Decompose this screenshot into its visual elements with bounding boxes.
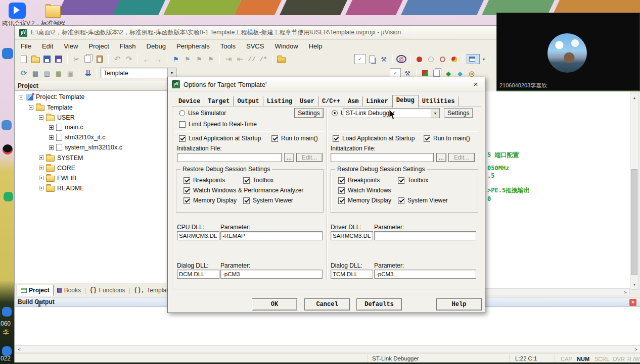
hw-load-app-checkbox[interactable]: Load Application at Startup: [333, 135, 415, 142]
menu-help[interactable]: Help: [309, 42, 323, 50]
toggle-bookmark-icon[interactable]: ⚑: [171, 54, 181, 64]
defaults-button[interactable]: Defaults: [356, 298, 402, 310]
debugger-settings-button[interactable]: Settings: [444, 108, 473, 118]
hw-breakpoints-checkbox[interactable]: Breakpoints: [338, 177, 380, 184]
sim-load-app-checkbox[interactable]: Load Application at Startup: [179, 135, 261, 142]
ok-button[interactable]: OK: [252, 298, 297, 310]
download-flash-icon[interactable]: ⇊: [83, 68, 93, 78]
navigate-back-icon[interactable]: ←: [142, 54, 152, 64]
copy-icon[interactable]: [83, 54, 93, 64]
sim-dialog-dll-input[interactable]: [177, 270, 219, 279]
checkbox-icon[interactable]: [398, 197, 404, 204]
tree-item-group[interactable]: + FWLIB: [39, 174, 76, 182]
checkbox-icon[interactable]: [333, 135, 339, 142]
paste-icon[interactable]: [95, 54, 105, 64]
tab-cpp[interactable]: C/C++: [318, 96, 344, 107]
expand-icon[interactable]: +: [49, 125, 54, 130]
tab-utilities[interactable]: Utilities: [419, 96, 459, 107]
outdent-icon[interactable]: ⇤: [235, 54, 245, 64]
dialog-title-bar[interactable]: µV Options for Target 'Template': [168, 78, 484, 91]
stop-build-icon[interactable]: ▣: [65, 68, 75, 78]
tree-label[interactable]: main.c: [65, 124, 83, 131]
dialog-close-icon[interactable]: ×: [471, 80, 480, 89]
tree-item-project-root[interactable]: − Project: Template: [19, 93, 84, 100]
target-select[interactable]: Template ▼: [101, 68, 176, 78]
tree-item-group-user[interactable]: − USER: [39, 114, 75, 121]
navigate-forward-icon[interactable]: →: [153, 54, 163, 64]
close-pane-icon[interactable]: ×: [629, 299, 636, 306]
limit-speed-checkbox[interactable]: Limit Speed to Real-Time: [179, 121, 257, 128]
new-file-icon[interactable]: [19, 54, 29, 64]
hw-run-to-main-checkbox[interactable]: Run to main(): [424, 135, 470, 142]
save-icon[interactable]: [42, 54, 52, 64]
tab-user[interactable]: User: [296, 96, 318, 107]
tab-books[interactable]: Books: [54, 285, 84, 295]
checkbox-icon[interactable]: [338, 187, 345, 194]
pin-icon[interactable]: [38, 302, 40, 307]
tree-item-target[interactable]: − Template: [29, 103, 73, 111]
clear-bookmarks-icon[interactable]: ⚑: [206, 54, 216, 64]
checkbox-icon[interactable]: [424, 135, 430, 142]
sim-run-to-main-checkbox[interactable]: Run to main(): [271, 135, 318, 142]
disable-all-breakpoints-icon[interactable]: [437, 54, 447, 64]
expand-icon[interactable]: +: [49, 145, 54, 150]
hw-init-file-input[interactable]: [331, 153, 434, 162]
checkbox-icon[interactable]: [184, 197, 190, 204]
sim-edit-button[interactable]: Edit...: [296, 153, 323, 162]
menu-peripherals[interactable]: Peripherals: [176, 42, 210, 50]
expand-icon[interactable]: +: [39, 155, 43, 160]
project-windows-icon[interactable]: [467, 54, 480, 64]
tab-asm[interactable]: Asm: [344, 96, 363, 107]
scroll-right-icon[interactable]: >: [633, 346, 639, 353]
expand-icon[interactable]: +: [39, 176, 43, 180]
tree-item-group[interactable]: + SYSTEM: [39, 154, 83, 162]
hw-system-viewer-checkbox[interactable]: System Viewer: [398, 197, 448, 204]
collapse-icon[interactable]: −: [19, 95, 23, 99]
open-file-icon[interactable]: [30, 54, 40, 64]
debug-session-icon[interactable]: ⚒: [379, 54, 389, 64]
tab-target[interactable]: Target: [204, 96, 234, 107]
desktop-folder-icon[interactable]: [45, 6, 61, 18]
tree-label[interactable]: SYSTEM: [57, 154, 83, 162]
disable-breakpoint-icon[interactable]: [426, 54, 436, 64]
hw-dialog-dll-input[interactable]: [331, 270, 373, 279]
menu-file[interactable]: File: [21, 42, 31, 50]
tree-label[interactable]: Template: [47, 104, 73, 111]
menu-flash[interactable]: Flash: [120, 42, 136, 50]
checkbox-icon[interactable]: [338, 177, 345, 184]
translate-icon[interactable]: ⟳: [19, 68, 29, 78]
build-output-hscrollbar[interactable]: < >: [15, 345, 640, 352]
redo-icon[interactable]: ↷: [124, 54, 134, 64]
tree-label[interactable]: USER: [57, 114, 75, 121]
prev-bookmark-icon[interactable]: ⚑: [182, 54, 193, 64]
driver-param-input[interactable]: [374, 231, 476, 240]
configure-icon[interactable]: [276, 54, 286, 64]
checkbox-icon[interactable]: [338, 197, 345, 204]
desktop-app-icon[interactable]: [2, 120, 12, 130]
hw-browse-button[interactable]: ...: [436, 153, 446, 162]
menu-tools[interactable]: Tools: [220, 42, 236, 50]
expand-icon[interactable]: +: [39, 166, 43, 170]
tab-functions[interactable]: {} Functions: [86, 285, 128, 295]
collapse-icon[interactable]: −: [29, 105, 33, 110]
save-all-icon[interactable]: [54, 54, 64, 64]
desktop-app-icon[interactable]: [2, 48, 13, 59]
breakpoint-dropdown[interactable]: ✓: [354, 54, 365, 64]
tree-item-group[interactable]: + README: [39, 184, 84, 192]
tree-item-file[interactable]: + main.c: [49, 124, 83, 131]
sim-dialog-param-input[interactable]: [220, 270, 323, 279]
tree-label[interactable]: FWLIB: [57, 175, 76, 182]
sim-init-file-input[interactable]: [177, 153, 282, 162]
cpu-dll-input[interactable]: [177, 231, 219, 240]
kill-all-breakpoints-icon[interactable]: [449, 54, 459, 64]
scroll-left-icon[interactable]: <: [16, 346, 22, 353]
next-bookmark-icon[interactable]: ⚑: [194, 54, 204, 64]
qq-icon[interactable]: [3, 144, 13, 154]
tab-device[interactable]: Device: [175, 96, 204, 107]
project-panel-header[interactable]: Project: [15, 81, 167, 91]
undo-icon[interactable]: ↶: [112, 54, 122, 64]
menu-view[interactable]: View: [64, 42, 78, 50]
sim-breakpoints-checkbox[interactable]: Breakpoints: [184, 177, 225, 184]
hw-toolbox-checkbox[interactable]: Toolbox: [398, 177, 428, 184]
indent-icon[interactable]: ⇥: [223, 54, 234, 64]
